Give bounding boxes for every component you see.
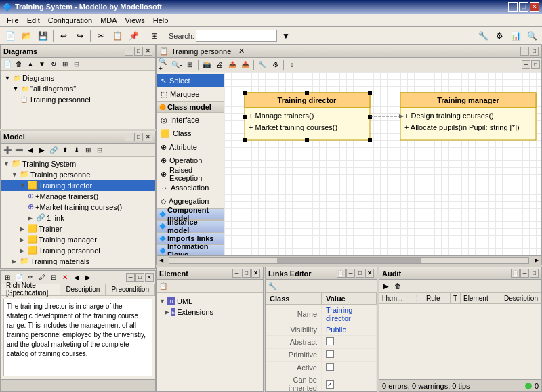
tool-operation[interactable]: ⊕ Operation <box>157 154 224 167</box>
diagram-maximize[interactable]: □ <box>530 47 539 56</box>
scroll-thumb-h[interactable] <box>277 258 421 263</box>
diagrams-panel-header[interactable]: Diagrams ─ □ ✕ <box>1 45 155 58</box>
dt-extra1[interactable]: ─ <box>522 60 530 69</box>
instance-model-section[interactable]: 🔷 Instance model <box>157 220 224 232</box>
diagrams-close[interactable]: ✕ <box>144 47 152 56</box>
canvas-scroll-h[interactable]: ◀ ▶ <box>157 255 541 265</box>
toolbar-extra3[interactable]: 📊 <box>508 28 523 43</box>
model-add[interactable]: ➕ <box>2 144 13 155</box>
active-checkbox[interactable] <box>326 363 334 371</box>
scroll-track-h[interactable] <box>169 257 529 264</box>
dt-sort[interactable]: ↕ <box>286 59 298 71</box>
audit-minimize[interactable]: ─ <box>520 269 529 278</box>
bl-close[interactable]: ✕ <box>145 273 154 282</box>
tool-raised-exception[interactable]: ⊕ Raised Exception <box>157 167 224 181</box>
model-close[interactable]: ✕ <box>144 133 152 141</box>
model-item-4[interactable]: ⊕ +Market training courses() <box>1 202 155 213</box>
diag-item-training[interactable]: 📋 Training personnel <box>3 94 152 105</box>
element-minimize[interactable]: ─ <box>232 269 241 278</box>
model-delete[interactable]: ➖ <box>14 144 24 155</box>
ep-uml-item[interactable]: ▼ U UML <box>159 296 213 307</box>
menu-views[interactable]: Views <box>121 15 149 26</box>
row-primitive-value[interactable] <box>322 349 377 362</box>
maximize-button[interactable]: □ <box>519 2 528 12</box>
open-button[interactable]: 📂 <box>19 28 34 43</box>
row-active-value[interactable] <box>322 362 377 374</box>
diagrams-maximize[interactable]: □ <box>134 47 143 56</box>
model-link[interactable]: 🔗 <box>48 144 59 155</box>
diag-refresh[interactable]: ↻ <box>48 59 59 70</box>
model-item-3[interactable]: ⊕ +Manage trainers() <box>1 191 155 202</box>
diag-item-diagrams[interactable]: ▼ 📁 Diagrams <box>3 72 152 83</box>
minimize-button[interactable]: ─ <box>508 2 518 12</box>
ap-run[interactable]: ▶ <box>381 281 392 292</box>
model-item-7[interactable]: ▶ 🟨 Training manager <box>1 234 155 245</box>
bl-btn1[interactable]: ⊞ <box>2 271 13 282</box>
diagrams-panel-controls[interactable]: ─ □ ✕ <box>125 47 152 56</box>
diag-collapse[interactable]: ⊟ <box>71 59 82 70</box>
scroll-right[interactable]: ▶ <box>532 256 541 265</box>
uml-class-training-director[interactable]: Training director + Manage trainers() + … <box>243 91 372 142</box>
lp-btn1[interactable]: 🔧 <box>267 281 278 292</box>
arrange-button[interactable]: ⊞ <box>147 28 162 43</box>
menu-mda[interactable]: MDA <box>96 15 121 26</box>
row-name-value[interactable]: Training director <box>322 305 377 324</box>
dt-btn2[interactable]: 🖨 <box>213 59 226 71</box>
links-extra1[interactable]: 📋 <box>337 269 346 278</box>
search-input[interactable] <box>196 30 277 42</box>
zoom-out[interactable]: 🔍- <box>171 59 183 71</box>
dt-btn3[interactable]: 📤 <box>226 59 238 71</box>
row-abstract-value[interactable] <box>322 336 377 349</box>
menu-configuration[interactable]: Configuration <box>44 15 96 26</box>
model-down[interactable]: ⬇ <box>71 144 82 155</box>
info-flows-section[interactable]: 🔷 Information Flows <box>157 244 224 255</box>
audit-maximize[interactable]: □ <box>530 269 539 278</box>
bl-minimize[interactable]: ─ <box>126 273 135 282</box>
tool-select[interactable]: ↖ Select <box>157 74 224 87</box>
model-item-2[interactable]: ▼ 🟨 Training director <box>1 180 155 191</box>
close-button[interactable]: ✕ <box>530 2 539 12</box>
diag-new[interactable]: 📄 <box>2 59 13 70</box>
model-nav-fwd[interactable]: ▶ <box>37 144 47 155</box>
links-maximize[interactable]: □ <box>356 269 364 278</box>
model-up[interactable]: ⬆ <box>60 144 70 155</box>
audit-extra1[interactable]: 📋 <box>511 269 520 278</box>
window-controls[interactable]: ─ □ ✕ <box>508 2 539 12</box>
class-model-section[interactable]: 🟠 Class model <box>157 101 224 113</box>
tool-attribute[interactable]: ⊕ Attribute <box>157 140 224 154</box>
element-close[interactable]: ✕ <box>251 269 260 278</box>
bl-tab-rich-note[interactable]: Rich Note [Specification] <box>1 284 60 295</box>
model-item-5[interactable]: ▶ 🔗 1 link <box>1 213 155 223</box>
copy-button[interactable]: 📋 <box>110 28 125 43</box>
diagram-minimize[interactable]: ─ <box>520 47 529 56</box>
diag-down[interactable]: ▼ <box>37 59 47 70</box>
dt-extra2[interactable]: □ <box>531 60 540 69</box>
model-item-6[interactable]: ▶ 🟨 Trainer <box>1 223 155 234</box>
element-maximize[interactable]: □ <box>242 269 251 278</box>
ap-clear[interactable]: 🗑 <box>392 281 403 292</box>
toolbar-extra1[interactable]: 🔧 <box>476 28 491 43</box>
bl-btn8[interactable]: ▶ <box>83 271 93 282</box>
model-item-9[interactable]: ▶ 📁 Training materials <box>1 256 155 267</box>
diagram-close-btn[interactable]: ✕ <box>238 47 245 56</box>
diag-item-all[interactable]: ▼ 📁 "all diagrams" <box>3 83 152 94</box>
scroll-left[interactable]: ◀ <box>157 256 166 265</box>
model-panel-controls[interactable]: ─ □ ✕ <box>125 133 152 141</box>
bl-btn7[interactable]: ◀ <box>71 271 82 282</box>
model-item-1[interactable]: ▼ 📁 Training personnel <box>1 169 155 180</box>
dt-btn5[interactable]: 🔧 <box>256 59 268 71</box>
zoom-fit[interactable]: ⊞ <box>184 59 196 71</box>
bl-btn2[interactable]: 📄 <box>14 271 24 282</box>
inherited-checkbox[interactable] <box>326 380 334 389</box>
dt-btn4[interactable]: 📥 <box>239 59 251 71</box>
diag-up[interactable]: ▲ <box>25 59 36 70</box>
diag-expand[interactable]: ⊞ <box>60 59 70 70</box>
dt-btn6[interactable]: ⚙ <box>269 59 281 71</box>
audit-panel-controls[interactable]: 📋 ─ □ <box>511 269 539 278</box>
diagrams-minimize[interactable]: ─ <box>125 47 133 56</box>
diag-delete[interactable]: 🗑 <box>14 59 24 70</box>
bl-tab-description[interactable]: Description <box>60 284 106 295</box>
tool-class[interactable]: 🟨 Class <box>157 127 224 140</box>
dt-btn1[interactable]: 📸 <box>201 59 213 71</box>
undo-button[interactable]: ↩ <box>56 28 71 43</box>
